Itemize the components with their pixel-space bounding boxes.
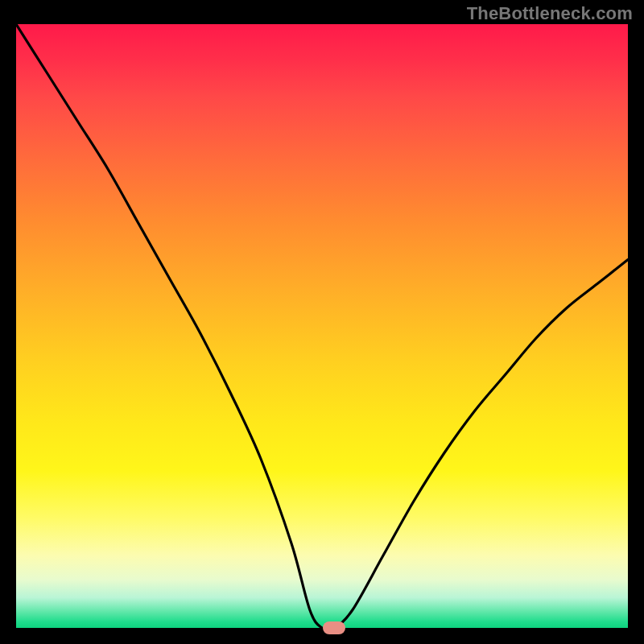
current-config-marker <box>323 621 345 634</box>
curve-svg <box>16 24 628 628</box>
chart-frame: TheBottleneck.com <box>0 0 644 644</box>
bottleneck-curve-path <box>16 24 628 628</box>
watermark-text: TheBottleneck.com <box>467 3 633 24</box>
plot-area <box>16 24 628 628</box>
